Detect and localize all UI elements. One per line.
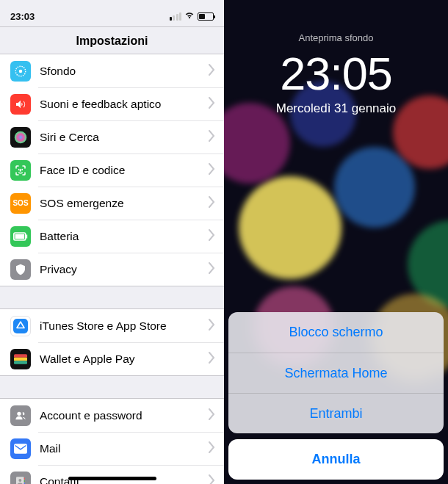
action-sheet: Blocco schermoSchermata HomeEntrambi Ann…	[228, 312, 444, 480]
batteria-icon	[10, 226, 31, 247]
account-icon	[10, 405, 31, 426]
wifi-icon	[184, 10, 195, 23]
settings-row-label: Suoni e feedback aptico	[40, 98, 208, 111]
settings-row-label: Face ID e codice	[40, 164, 208, 177]
chevron-right-icon	[208, 474, 215, 485]
action-sheet-option[interactable]: Blocco schermo	[228, 312, 444, 353]
settings-row-label: Privacy	[40, 263, 208, 276]
siri-icon	[10, 127, 31, 148]
settings-row-label: Mail	[40, 442, 208, 455]
svg-rect-14	[24, 477, 25, 479]
wallpaper-preview-pane: Anteprima sfondo 23:05 Mercoledì 31 genn…	[224, 0, 448, 484]
settings-row[interactable]: iTunes Store e App Store	[0, 309, 224, 342]
settings-row-label: SOS emergenze	[40, 197, 208, 210]
settings-row-label: iTunes Store e App Store	[40, 319, 208, 333]
action-sheet-option[interactable]: Schermata Home	[228, 353, 444, 393]
cellular-signal-icon	[170, 12, 182, 21]
svg-rect-4	[26, 234, 28, 238]
faceid-icon	[10, 160, 31, 181]
status-indicators	[170, 10, 214, 23]
home-indicator[interactable]	[68, 477, 156, 480]
settings-row[interactable]: Wallet e Apple Pay	[0, 342, 224, 375]
lock-clock: 23:05	[224, 51, 448, 97]
status-bar: 23:03	[0, 0, 224, 26]
svg-point-10	[17, 411, 21, 415]
preview-title: Anteprima sfondo	[224, 0, 448, 43]
mail-icon	[10, 438, 31, 459]
chevron-right-icon	[208, 229, 215, 244]
settings-row[interactable]: Face ID e codice	[0, 153, 224, 187]
chevron-right-icon	[208, 319, 215, 333]
page-title: Impostazioni	[0, 26, 224, 54]
svg-point-1	[19, 69, 23, 73]
chevron-right-icon	[208, 130, 215, 145]
settings-row[interactable]: Contatti	[0, 465, 224, 484]
settings-row[interactable]: Batteria	[0, 220, 224, 253]
suoni-icon	[10, 94, 31, 115]
svg-point-13	[18, 479, 21, 482]
home-indicator[interactable]	[292, 474, 380, 478]
wallet-icon	[10, 349, 31, 369]
status-time: 23:03	[10, 11, 35, 22]
settings-row[interactable]: Sfondo	[0, 54, 224, 87]
privacy-icon	[10, 259, 31, 280]
settings-pane: 23:03 Impostazioni SfondoSuoni e feedbac…	[0, 0, 224, 484]
chevron-right-icon	[208, 163, 215, 178]
settings-row[interactable]: Account e password	[0, 399, 224, 432]
sfondo-icon	[10, 61, 31, 82]
settings-row[interactable]: Privacy	[0, 253, 224, 286]
svg-rect-6	[13, 319, 28, 333]
chevron-right-icon	[208, 408, 215, 423]
settings-row-label: Batteria	[40, 230, 208, 243]
svg-rect-7	[14, 354, 27, 358]
appstore-icon	[10, 316, 31, 336]
settings-list[interactable]: SfondoSuoni e feedback apticoSiri e Cerc…	[0, 54, 224, 484]
lock-date: Mercoledì 31 gennaio	[224, 101, 448, 116]
action-sheet-options: Blocco schermoSchermata HomeEntrambi	[228, 312, 444, 433]
contatti-icon	[10, 472, 31, 485]
settings-row-label: Sfondo	[40, 65, 208, 78]
action-sheet-option[interactable]: Entrambi	[228, 393, 444, 433]
chevron-right-icon	[208, 441, 215, 456]
svg-point-2	[15, 131, 27, 143]
settings-row-label: Siri e Cerca	[40, 131, 208, 144]
chevron-right-icon	[208, 196, 215, 211]
svg-rect-8	[14, 357, 27, 361]
settings-row[interactable]: SOSSOS emergenze	[0, 187, 224, 220]
chevron-right-icon	[208, 97, 215, 112]
svg-rect-9	[14, 361, 27, 364]
chevron-right-icon	[208, 262, 215, 277]
settings-row-label: Wallet e Apple Pay	[40, 353, 208, 366]
settings-row[interactable]: Mail	[0, 432, 224, 465]
settings-row[interactable]: Suoni e feedback aptico	[0, 87, 224, 120]
battery-icon	[198, 12, 214, 21]
chevron-right-icon	[208, 352, 215, 366]
svg-rect-5	[15, 234, 25, 239]
action-sheet-cancel[interactable]: Annulla	[228, 439, 444, 480]
settings-row-label: Account e password	[40, 409, 208, 422]
svg-rect-15	[24, 480, 25, 482]
sos-icon: SOS	[10, 193, 31, 214]
chevron-right-icon	[208, 64, 215, 79]
settings-row[interactable]: Siri e Cerca	[0, 120, 224, 153]
